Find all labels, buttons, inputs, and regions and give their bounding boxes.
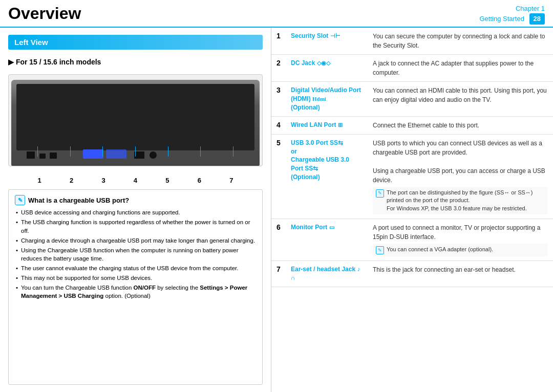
ports-table: 1 Security Slot ⊣⊢ You can secure the co… <box>271 28 553 287</box>
chapter-info: Chapter 1 Getting Started 28 <box>479 4 545 25</box>
list-item: Charging a device through a chargeable U… <box>15 236 256 245</box>
note-inline: ✎ You can connect a VGA adapter (optiona… <box>373 244 548 256</box>
note-title: ✎ What is a chargeable USB port? <box>15 195 256 205</box>
chapter-sub: Getting Started <box>479 15 524 23</box>
port-name: Ear-set / headset Jack ♪ ∩ <box>286 260 368 287</box>
list-item: This may not be supported for some USB d… <box>15 274 256 282</box>
port-description: USB ports to which you can connect USB d… <box>368 134 553 219</box>
list-item: The user cannot evaluate the charging st… <box>15 264 256 272</box>
port-number: 6 <box>271 219 286 260</box>
table-row: 2 DC Jack ◇◉◇ A jack to connect the AC a… <box>271 55 553 82</box>
page-title: Overview <box>8 4 81 23</box>
label-7: 7 <box>229 177 233 184</box>
inline-note-icon: ✎ <box>376 246 384 254</box>
note-heading: What is a chargeable USB port? <box>28 195 129 206</box>
note-box: ✎ What is a chargeable USB port? USB dev… <box>8 189 263 385</box>
label-6: 6 <box>198 177 201 184</box>
list-item: USB device accessing and charging functi… <box>15 208 256 216</box>
port-number: 7 <box>271 260 286 287</box>
table-row: 1 Security Slot ⊣⊢ You can secure the co… <box>271 28 553 55</box>
port-description: A jack to connect the AC adapter that su… <box>368 55 553 82</box>
right-panel: 1 Security Slot ⊣⊢ You can secure the co… <box>271 28 553 392</box>
label-2: 2 <box>70 177 73 184</box>
label-5: 5 <box>165 177 169 184</box>
port-description: You can secure the computer by connectin… <box>368 28 553 55</box>
page-header: Overview Chapter 1 Getting Started 28 <box>0 0 553 28</box>
table-row: 3 Digital Video/Audio Port (HDMI) Ηdmi (… <box>271 82 553 116</box>
laptop-image <box>8 74 263 166</box>
port-name: Wired LAN Port ⊞ <box>286 116 368 134</box>
label-4: 4 <box>134 177 137 184</box>
port-description: This is the jack for connecting an ear-s… <box>368 260 553 287</box>
table-row: 4 Wired LAN Port ⊞ Connect the Ethernet … <box>271 116 553 134</box>
note-list: USB device accessing and charging functi… <box>15 208 256 300</box>
port-name: Monitor Port ▭ <box>286 219 368 260</box>
port-name: Security Slot ⊣⊢ <box>286 28 368 55</box>
port-description: A port used to connect a monitor, TV or … <box>368 219 553 260</box>
list-item: You can turn the Chargeable USB function… <box>15 284 256 300</box>
port-number: 2 <box>271 55 286 82</box>
port-number: 1 <box>271 28 286 55</box>
port-number: 5 <box>271 134 286 219</box>
inline-note-text: The port can be distinguished by the fig… <box>387 189 545 212</box>
inline-note-icon: ✎ <box>376 189 384 198</box>
port-number-labels: 1 2 3 4 5 6 7 <box>8 177 263 184</box>
page-number: 28 <box>529 13 545 25</box>
section-header: Left View <box>8 35 263 50</box>
inline-note-text: You can connect a VGA adapter (optional)… <box>387 246 493 254</box>
chapter-label: Chapter 1 <box>516 5 545 12</box>
port-name: Digital Video/Audio Port (HDMI) Ηdmi (Op… <box>286 82 368 116</box>
model-label: For 15 / 15.6 inch models <box>8 58 263 66</box>
table-row: 7 Ear-set / headset Jack ♪ ∩ This is the… <box>271 260 553 287</box>
main-content: Left View For 15 / 15.6 inch models <box>0 28 553 392</box>
table-row: 6 Monitor Port ▭ A port used to connect … <box>271 219 553 260</box>
note-icon: ✎ <box>15 195 25 205</box>
note-inline: ✎ The port can be distinguished by the f… <box>373 187 548 214</box>
port-name: DC Jack ◇◉◇ <box>286 55 368 82</box>
port-name: USB 3.0 Port SS⇆orChargeable USB 3.0 Por… <box>286 134 368 219</box>
left-panel: Left View For 15 / 15.6 inch models <box>0 28 271 392</box>
port-description: You can connect an HDMI cable to this po… <box>368 82 553 116</box>
label-1: 1 <box>38 177 41 184</box>
table-row: 5 USB 3.0 Port SS⇆orChargeable USB 3.0 P… <box>271 134 553 219</box>
port-number: 3 <box>271 82 286 116</box>
list-item: The USB charging function is supported r… <box>15 218 256 234</box>
list-item: Using the Chargeable USB function when t… <box>15 246 256 263</box>
label-3: 3 <box>101 177 105 184</box>
port-description: Connect the Ethernet cable to this port. <box>368 116 553 134</box>
port-number: 4 <box>271 116 286 134</box>
